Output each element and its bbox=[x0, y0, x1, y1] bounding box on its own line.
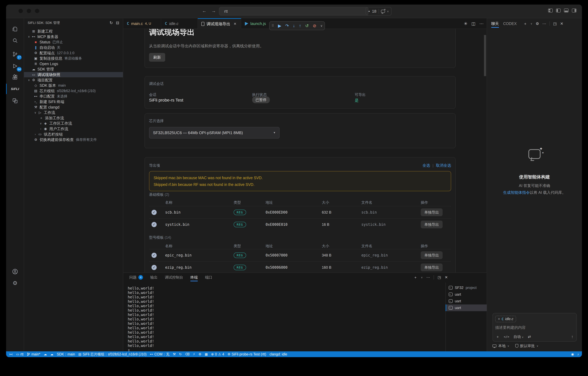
copilot-badge-group[interactable]: ● 18 ✦ ∨ bbox=[366, 7, 391, 16]
deselect-all-link[interactable]: 取消全选 bbox=[436, 163, 451, 168]
tab-problems[interactable]: 问题 4 bbox=[129, 273, 143, 282]
more-actions-icon[interactable]: ⋯ bbox=[542, 22, 546, 26]
bell-icon[interactable]: ♪ bbox=[577, 352, 579, 356]
trash-icon[interactable]: ⌫ bbox=[185, 352, 190, 356]
expand-chat-icon[interactable]: ◳ bbox=[553, 22, 557, 26]
terminal-item-uart[interactable]: >_ uart bbox=[446, 298, 487, 304]
sidebar-item-new-terminal[interactable]: >_新建 SiFli 终端 bbox=[24, 99, 123, 105]
sidebar-item-project-config[interactable]: ∨⚙项目配置 bbox=[24, 77, 123, 83]
refresh-icon[interactable]: ↻ bbox=[109, 21, 113, 25]
close-chat-icon[interactable]: ✕ bbox=[560, 22, 563, 26]
zoom-traffic-light[interactable] bbox=[35, 9, 39, 13]
wrench-icon[interactable]: ⚒ bbox=[173, 352, 176, 356]
chevron-down-icon[interactable]: ∨ bbox=[320, 24, 323, 28]
back-icon[interactable]: ← bbox=[202, 8, 207, 13]
sidebar-item-open-logs[interactable]: ≣Open Logs bbox=[24, 61, 123, 67]
tab-terminal[interactable]: 终端 bbox=[190, 273, 198, 282]
sliders-icon[interactable]: ⇄ bbox=[528, 335, 531, 339]
chip-select-dropdown[interactable]: SF32LB525UC6 — 64Mb OPI-pSRAM (MPI1 8MB)… bbox=[149, 127, 280, 139]
openai-icon[interactable]: ✳ bbox=[464, 21, 467, 26]
sidebar-item-status[interactable]: ■Status已停止 bbox=[24, 39, 123, 45]
tab-main-c[interactable]: C main.c 4, U bbox=[123, 18, 161, 29]
source-control-icon[interactable]: 17 bbox=[6, 49, 24, 60]
status-chip-module[interactable]: ▤SiFli 芯片模组：sf32lb52-lcd_n16r8 (J10) bbox=[78, 352, 147, 357]
generate-instructions-link[interactable]: 生成智能体指令 bbox=[503, 190, 530, 195]
explorer-icon[interactable] bbox=[6, 24, 24, 35]
more-actions-icon[interactable]: ⋯ bbox=[479, 21, 484, 26]
attach-icon[interactable]: ＋ bbox=[496, 334, 499, 339]
status-branch[interactable]: main* bbox=[27, 352, 40, 356]
select-all-link[interactable]: 全选 bbox=[422, 163, 430, 168]
search-icon[interactable] bbox=[6, 35, 24, 46]
checkbox-checked[interactable]: ✓ bbox=[151, 265, 157, 270]
forward-icon[interactable]: → bbox=[211, 8, 216, 13]
continue-icon[interactable]: ▶ bbox=[278, 23, 281, 28]
terminal-output[interactable]: hello,world! hello,world! hello,world! h… bbox=[128, 286, 154, 352]
feedback-icon[interactable]: ◉ bbox=[571, 352, 574, 356]
close-panel-icon[interactable]: ✕ bbox=[445, 275, 448, 279]
approval-picker[interactable]: 默认审批∨ bbox=[515, 343, 538, 348]
tab-ports[interactable]: 端口 bbox=[205, 273, 212, 282]
sidebar-item-user-workflow[interactable]: ›◉用户工作流 bbox=[24, 126, 123, 132]
checkbox-checked[interactable]: ✓ bbox=[151, 210, 157, 215]
drag-grip-icon[interactable]: ⠿ bbox=[272, 24, 274, 28]
chevron-down-icon[interactable]: ∨ bbox=[421, 276, 423, 279]
sidebar-item-save-check[interactable]: ⚙切换构建前保存检查保存所有文件 bbox=[24, 137, 123, 143]
tab-debug-console[interactable]: 调试控制台 bbox=[165, 273, 183, 282]
code-icon[interactable]: </> bbox=[504, 335, 509, 339]
export-single-button[interactable]: 单独导出 bbox=[421, 251, 443, 259]
status-sdk[interactable]: SDK：main bbox=[57, 352, 75, 357]
tab-chat[interactable]: 聊天 bbox=[491, 18, 499, 29]
status-com[interactable]: ⊷COM：无 bbox=[150, 352, 169, 357]
close-icon[interactable]: ✕ bbox=[234, 22, 236, 26]
bolt-icon[interactable]: ⚡ bbox=[193, 352, 195, 356]
sidebar-item-debug-snapshot[interactable]: ▭调试现场快照 bbox=[24, 72, 123, 77]
export-single-button[interactable]: 单独导出 bbox=[421, 264, 443, 271]
maximize-panel-icon[interactable]: ◳ bbox=[438, 275, 441, 279]
sidebar-item-config-clangd[interactable]: ⚒配置 clangd bbox=[24, 104, 123, 110]
disconnect-icon[interactable]: ⊘ bbox=[313, 23, 316, 28]
step-into-icon[interactable]: ↓ bbox=[293, 23, 295, 28]
close-traffic-light[interactable] bbox=[19, 9, 23, 13]
cloud-upload-icon[interactable]: ☁ bbox=[44, 352, 47, 356]
split-editor-icon[interactable]: ◫ bbox=[472, 21, 475, 26]
tab-output[interactable]: 输出 bbox=[150, 273, 158, 282]
customize-layout-icon[interactable] bbox=[548, 9, 553, 12]
settings-gear-icon[interactable]: ⚙ bbox=[6, 278, 24, 289]
toggle-left-sidebar-icon[interactable] bbox=[556, 9, 561, 12]
terminal-item-uart[interactable]: >_ uart bbox=[446, 291, 487, 298]
chevron-down-icon[interactable]: ∨ bbox=[531, 22, 532, 25]
toggle-panel-icon[interactable] bbox=[564, 9, 568, 12]
more-actions-icon[interactable]: ⋯ bbox=[426, 275, 430, 279]
sidebar-item-endpoint[interactable]: ⚙配置端点127.0.0.1:0 bbox=[24, 50, 123, 56]
terminal-item-sf32[interactable]: >_ SF32project bbox=[446, 284, 487, 291]
toggle-right-sidebar-icon[interactable] bbox=[572, 9, 577, 12]
tab-codex[interactable]: CODEX bbox=[503, 18, 517, 29]
step-over-icon[interactable]: ↷ bbox=[285, 23, 289, 28]
remote-indicator[interactable]: >< bbox=[9, 352, 13, 356]
sync-icon[interactable]: ↻ bbox=[179, 352, 182, 356]
terminal-item-uart-selected[interactable]: >_ uart bbox=[446, 304, 487, 311]
run-debug-icon[interactable]: 64 bbox=[6, 61, 24, 72]
export-single-button[interactable]: 单独导出 bbox=[421, 208, 443, 216]
attachment-chip[interactable]: + C idle.c bbox=[495, 316, 516, 322]
problems-summary[interactable]: ⊗0 ⚠4 bbox=[211, 352, 224, 356]
minimize-traffic-light[interactable] bbox=[27, 9, 31, 13]
sidebar-item-mcp-server[interactable]: ∨⊷MCP 服务器 bbox=[24, 34, 123, 40]
sidebar-item-new-project[interactable]: ⊞新建工程 bbox=[24, 29, 123, 34]
refresh-button[interactable]: 刷新 bbox=[149, 53, 165, 62]
step-out-icon[interactable]: ↑ bbox=[299, 23, 301, 28]
tab-debug-export[interactable]: 调试现场导出 ✕ bbox=[198, 18, 241, 29]
cloud-download-icon[interactable]: ☁ bbox=[50, 352, 53, 356]
gear-icon[interactable]: ⚙ bbox=[199, 352, 201, 356]
tab-idle-c[interactable]: C idle.c bbox=[161, 18, 198, 29]
checkbox-checked[interactable]: ✓ bbox=[151, 222, 157, 227]
sidebar-item-workspace-workflow[interactable]: ∨◈工作区工作流 bbox=[24, 121, 123, 126]
screen-icon[interactable]: ▦ bbox=[205, 352, 208, 356]
export-single-button[interactable]: 单独导出 bbox=[421, 221, 443, 228]
status-clangd[interactable]: clangd: idle bbox=[270, 352, 287, 356]
new-chat-icon[interactable]: ＋ bbox=[523, 21, 527, 26]
chat-icon[interactable]: ✦ bbox=[381, 10, 385, 13]
extensions-icon[interactable] bbox=[6, 72, 24, 83]
remote-explorer-icon[interactable] bbox=[6, 95, 24, 106]
